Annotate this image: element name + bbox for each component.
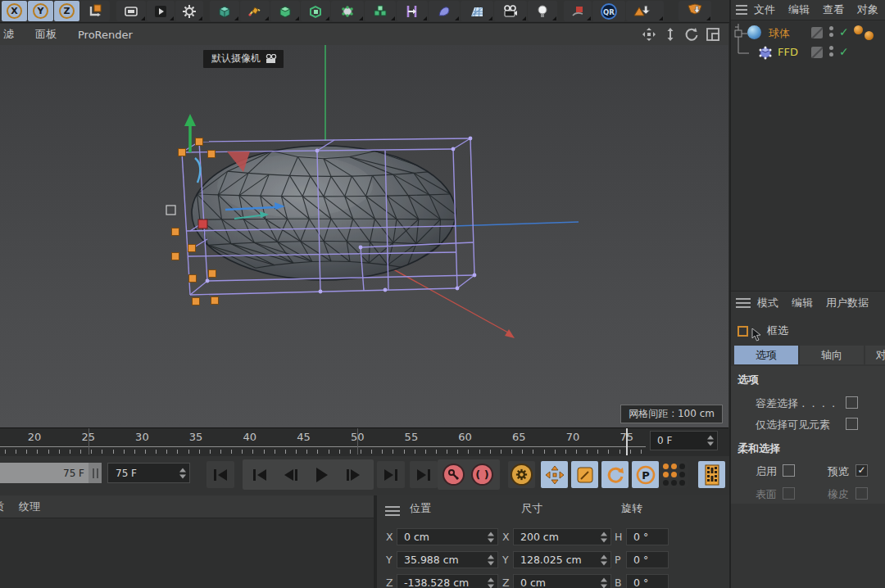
current-frame-field[interactable]: 75 F bbox=[107, 463, 190, 483]
extrude-object-button[interactable] bbox=[301, 1, 330, 21]
texture-menu-item[interactable]: 纹理 bbox=[19, 500, 40, 514]
viewport-zoom-icon[interactable] bbox=[663, 27, 678, 42]
pos-x-spinner[interactable] bbox=[488, 531, 494, 542]
autokey-button[interactable]: ( ) bbox=[469, 461, 496, 488]
object-manager-menu-icon[interactable] bbox=[736, 2, 747, 17]
size-y-field[interactable]: 128.025 cm bbox=[513, 551, 611, 568]
ffd-control-point[interactable] bbox=[188, 245, 196, 252]
attribute-menu-icon[interactable] bbox=[736, 296, 751, 310]
light-object-button[interactable] bbox=[528, 1, 557, 21]
spline-tool-button[interactable] bbox=[397, 1, 428, 21]
go-to-start-button[interactable] bbox=[206, 461, 234, 488]
object-row-ffd[interactable]: FFD ✓ bbox=[731, 43, 885, 63]
am-menu-mode[interactable]: 模式 bbox=[751, 296, 785, 310]
pos-z-spinner[interactable] bbox=[488, 577, 494, 588]
bend-deformer-button[interactable] bbox=[429, 1, 460, 21]
ffd-control-point[interactable] bbox=[196, 138, 203, 146]
array-object-button[interactable] bbox=[365, 1, 396, 21]
pos-y-spinner[interactable] bbox=[488, 554, 494, 565]
size-y-spinner[interactable] bbox=[601, 554, 607, 565]
sphere-enabled-check[interactable]: ✓ bbox=[839, 25, 849, 38]
coordinate-system-button[interactable] bbox=[80, 1, 110, 21]
3d-viewport[interactable]: 默认摄像机 网格间距 : 100 cm bbox=[0, 45, 728, 428]
next-frame-button[interactable] bbox=[339, 461, 367, 488]
size-z-spinner[interactable] bbox=[601, 577, 607, 588]
om-menu-file[interactable]: 文件 bbox=[747, 2, 782, 17]
ffd-control-point[interactable] bbox=[193, 298, 200, 305]
size-x-spinner[interactable] bbox=[601, 531, 607, 542]
viewport-rotate-icon[interactable] bbox=[684, 27, 699, 42]
prorender-button[interactable]: QR bbox=[592, 1, 625, 21]
ffd-enabled-check[interactable]: ✓ bbox=[839, 45, 849, 58]
go-to-next-key-button[interactable] bbox=[377, 461, 405, 488]
menu-filter[interactable]: 滤 bbox=[0, 27, 25, 42]
red-point-handle[interactable] bbox=[198, 219, 207, 228]
ffd-control-point[interactable] bbox=[209, 270, 216, 278]
timeline-range-slider[interactable]: 75 F bbox=[0, 463, 102, 483]
tab-axis[interactable]: 轴向 bbox=[800, 346, 864, 364]
ffd-visibility-dots[interactable] bbox=[829, 46, 833, 57]
end-frame-spinner[interactable] bbox=[707, 436, 714, 446]
rotation-band-handle[interactable] bbox=[195, 158, 200, 183]
frame-field-spinner[interactable] bbox=[179, 468, 186, 478]
ffd-control-point[interactable] bbox=[189, 275, 197, 283]
y-axis-lock-button[interactable]: Y bbox=[28, 1, 53, 21]
om-menu-view[interactable]: 查看 bbox=[816, 2, 851, 17]
viewport-pan-icon[interactable] bbox=[642, 27, 656, 42]
rot-p-field[interactable]: 0 ° bbox=[626, 551, 669, 568]
object-row-sphere[interactable]: 球体 ✓ bbox=[731, 24, 885, 43]
sky-object-button[interactable] bbox=[564, 1, 592, 21]
record-position-button[interactable] bbox=[541, 461, 568, 488]
render-view-button[interactable] bbox=[116, 1, 146, 21]
tolerant-select-checkbox[interactable] bbox=[846, 396, 858, 409]
record-parameter-button[interactable]: P bbox=[632, 461, 659, 488]
camera-label[interactable]: 默认摄像机 bbox=[203, 50, 284, 68]
sphere-tag-icon[interactable] bbox=[865, 31, 874, 40]
render-to-picture-viewer-button[interactable] bbox=[147, 1, 175, 21]
pos-x-field[interactable]: 0 cm bbox=[397, 528, 498, 545]
sphere-phong-tag-icon[interactable] bbox=[854, 25, 863, 34]
coordinates-menu-icon[interactable] bbox=[385, 504, 400, 518]
ffd-control-point[interactable] bbox=[208, 151, 216, 158]
tab-object-axis[interactable]: 对象轴心 bbox=[865, 346, 885, 364]
size-x-field[interactable]: 200 cm bbox=[513, 528, 611, 545]
make-editable-button[interactable] bbox=[626, 1, 664, 21]
menu-prorender[interactable]: ProRender bbox=[67, 29, 143, 41]
sphere-layer-toggle[interactable] bbox=[811, 27, 823, 38]
surface-checkbox[interactable] bbox=[783, 487, 795, 500]
om-menu-edit[interactable]: 编辑 bbox=[782, 2, 816, 17]
play-button[interactable] bbox=[308, 461, 336, 488]
render-settings-button[interactable] bbox=[175, 1, 203, 21]
spline-pen-button[interactable] bbox=[240, 1, 270, 21]
rot-h-field[interactable]: 0 ° bbox=[626, 528, 669, 545]
menu-panel[interactable]: 面板 bbox=[25, 27, 67, 42]
object-manager[interactable]: 球体 ✓ FFD bbox=[731, 20, 885, 292]
ffd-control-point[interactable] bbox=[179, 149, 186, 156]
previous-frame-button[interactable] bbox=[277, 461, 305, 488]
floor-object-button[interactable] bbox=[461, 1, 493, 21]
record-scale-button[interactable] bbox=[571, 461, 598, 488]
object-name-sphere[interactable]: 球体 bbox=[769, 26, 790, 41]
tab-options[interactable]: 选项 bbox=[734, 346, 798, 364]
sphere-visibility-dots[interactable] bbox=[829, 26, 833, 37]
preview-checkbox[interactable]: ✓ bbox=[856, 464, 868, 477]
ffd-layer-toggle[interactable] bbox=[811, 47, 823, 58]
enable-checkbox[interactable] bbox=[783, 464, 795, 477]
visible-only-checkbox[interactable] bbox=[846, 418, 858, 430]
x-axis-lock-button[interactable]: X bbox=[2, 1, 27, 21]
go-to-end-button[interactable] bbox=[410, 461, 438, 488]
om-menu-objects[interactable]: 对象 bbox=[851, 2, 885, 17]
cube-primitive-button[interactable] bbox=[210, 1, 239, 21]
range-slider-grip[interactable] bbox=[88, 463, 102, 483]
viewport-maximize-icon[interactable] bbox=[706, 27, 720, 42]
size-z-field[interactable]: 0 cm bbox=[513, 574, 611, 588]
record-keyframe-button[interactable] bbox=[440, 461, 467, 488]
object-name-ffd[interactable]: FFD bbox=[778, 46, 798, 58]
pos-z-field[interactable]: -138.528 cm bbox=[397, 574, 498, 588]
go-to-previous-key-button[interactable] bbox=[246, 461, 274, 488]
point-level-animation-button[interactable] bbox=[660, 461, 688, 488]
z-axis-lock-button[interactable]: Z bbox=[54, 1, 79, 21]
timeline-ruler[interactable]: 0 F 202530354045505560657075 bbox=[0, 428, 729, 457]
character-object-button[interactable] bbox=[678, 1, 711, 21]
am-menu-userdata[interactable]: 用户数据 bbox=[819, 296, 875, 310]
